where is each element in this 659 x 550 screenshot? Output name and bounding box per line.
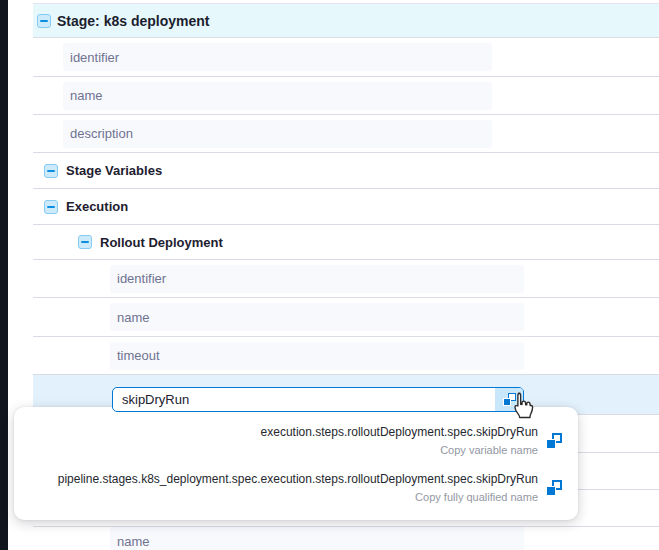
step-timeout-field[interactable]: timeout (110, 342, 524, 370)
collapse-icon[interactable] (37, 14, 51, 28)
tree-row-rollout-deployment[interactable]: Rollout Deployment (33, 225, 659, 260)
tree-row-step-identifier: identifier (33, 260, 659, 298)
bottom-name-field[interactable]: name (110, 527, 524, 550)
left-rail (0, 0, 8, 550)
tree-row-stage-header[interactable]: Stage: k8s deployment (33, 3, 659, 38)
tree-row-stage-description: description (33, 115, 659, 153)
copy-variable-popover: execution.steps.rolloutDeployment.spec.s… (14, 407, 578, 520)
copy-fqn-text: pipeline.stages.k8s_deployment.spec.exec… (58, 472, 538, 504)
variable-name-value: execution.steps.rolloutDeployment.spec.s… (261, 425, 538, 440)
copy-icon[interactable] (546, 480, 562, 496)
stage-identifier-label: identifier (70, 50, 119, 65)
variable-name-input[interactable] (113, 388, 495, 411)
step-identifier-field[interactable]: identifier (110, 265, 524, 293)
fqn-value: pipeline.stages.k8s_deployment.spec.exec… (58, 472, 538, 487)
tree-row-execution[interactable]: Execution (33, 189, 659, 225)
collapse-icon[interactable] (44, 200, 58, 214)
stage-title: Stage: k8s deployment (57, 13, 210, 29)
collapse-icon[interactable] (44, 164, 58, 178)
stage-variables-label: Stage Variables (66, 163, 162, 178)
stage-description-field[interactable]: description (63, 120, 492, 148)
copy-variable-name-caption: Copy variable name (261, 444, 538, 457)
copy-fqn-item[interactable]: pipeline.stages.k8s_deployment.spec.exec… (28, 466, 562, 510)
stage-description-label: description (70, 126, 133, 141)
tree-row-step-name: name (33, 298, 659, 337)
copy-variable-name-item[interactable]: execution.steps.rolloutDeployment.spec.s… (28, 419, 562, 463)
tree-row-step-timeout: timeout (33, 337, 659, 375)
copy-icon (503, 393, 516, 406)
tree-row-stage-identifier: identifier (33, 38, 659, 77)
tree-row-stage-name: name (33, 77, 659, 115)
stage-name-label: name (70, 88, 103, 103)
copy-variable-name-text: execution.steps.rolloutDeployment.spec.s… (261, 425, 538, 457)
step-name-label: name (117, 310, 150, 325)
copy-icon[interactable] (546, 433, 562, 449)
stage-identifier-field[interactable]: identifier (63, 43, 492, 71)
variable-name-input-wrapper (112, 387, 524, 412)
step-identifier-label: identifier (117, 271, 166, 286)
copy-fqn-caption: Copy fully qualified name (58, 491, 538, 504)
collapse-icon[interactable] (78, 235, 92, 249)
stage-name-field[interactable]: name (63, 82, 492, 110)
copy-button[interactable] (495, 388, 523, 411)
rollout-deployment-label: Rollout Deployment (100, 235, 223, 250)
step-timeout-label: timeout (117, 348, 160, 363)
step-name-field[interactable]: name (110, 303, 524, 331)
tree-row-stage-variables[interactable]: Stage Variables (33, 153, 659, 189)
tree-row-bottom-name: name (33, 527, 659, 550)
execution-label: Execution (66, 199, 128, 214)
bottom-name-label: name (117, 534, 150, 549)
